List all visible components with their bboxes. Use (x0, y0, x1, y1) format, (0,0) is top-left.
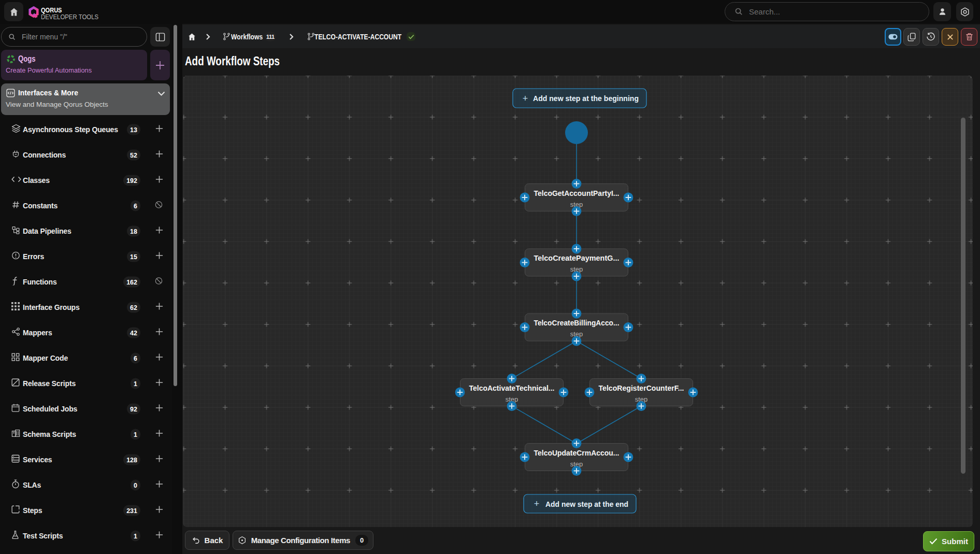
svg-text:+: + (534, 499, 540, 509)
svg-text:TelcoCreatePaymentG...: TelcoCreatePaymentG... (534, 253, 619, 262)
svg-text:Add new step at the end: Add new step at the end (545, 500, 628, 508)
svg-text:TelcoCreateBillingAcco...: TelcoCreateBillingAcco... (534, 318, 619, 327)
svg-text:TelcoActivateTechnical...: TelcoActivateTechnical... (469, 383, 555, 392)
svg-text:TelcoRegisterCounterF...: TelcoRegisterCounterF... (599, 383, 684, 392)
svg-text:TelcoUpdateCrmAccou...: TelcoUpdateCrmAccou... (534, 448, 619, 457)
svg-text:TelcoGetAccountPartyI...: TelcoGetAccountPartyI... (534, 189, 619, 197)
svg-text:Add new step at the beginning: Add new step at the beginning (533, 94, 639, 103)
svg-text:+: + (523, 93, 528, 104)
